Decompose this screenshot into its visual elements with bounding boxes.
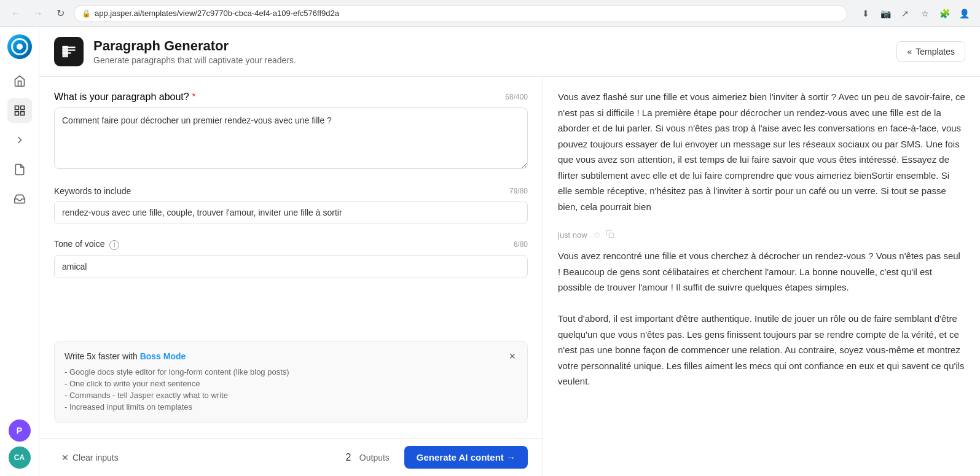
output-2-copy[interactable] <box>606 230 614 240</box>
lock-icon: 🔒 <box>82 9 91 18</box>
banner-item-2: - One click to write your next sentence <box>65 378 517 389</box>
form-area: What is your paragraph about? * 68/400 K… <box>39 77 543 341</box>
reload-button[interactable]: ↻ <box>52 5 69 22</box>
paragraph-about-input[interactable] <box>54 107 528 169</box>
field2-char-count: 79/80 <box>509 187 528 195</box>
field3-label: Tone of voice i <box>54 239 119 250</box>
sidebar-item-home[interactable] <box>7 69 32 93</box>
share-icon[interactable]: ↗ <box>896 5 914 22</box>
field1-label-row: What is your paragraph about? * 68/400 <box>54 92 528 103</box>
output-1-text: Vous avez flashé sur une fille et vous a… <box>558 89 965 214</box>
output-2-timestamp: just now <box>558 230 587 240</box>
outputs-count: 2 <box>342 452 355 463</box>
field3-group: Tone of voice i 6/80 <box>54 239 528 278</box>
svg-rect-3 <box>20 112 24 115</box>
banner-item-3: - Commands - tell Jasper exactly what to… <box>65 389 517 401</box>
field2-label-row: Keywords to include 79/80 <box>54 186 528 196</box>
svg-rect-2 <box>15 112 18 115</box>
avatar-ca[interactable]: CA <box>9 447 31 469</box>
tone-input[interactable] <box>54 255 528 278</box>
page-title: Paragraph Generator <box>93 38 896 54</box>
svg-rect-5 <box>609 233 614 238</box>
output-2-star[interactable]: ☆ <box>592 229 601 241</box>
page-header: Paragraph Generator Generate paragraphs … <box>39 27 980 77</box>
field2-group: Keywords to include 79/80 <box>54 186 528 224</box>
extension-icon[interactable]: 🧩 <box>936 5 953 22</box>
bottom-bar: ✕ Clear inputs 2 Outputs Generate AI con… <box>39 438 543 476</box>
app-logo[interactable] <box>7 34 32 59</box>
field3-label-row: Tone of voice i 6/80 <box>54 239 528 250</box>
app-container: P CA Paragraph Generator Generate paragr… <box>0 27 980 476</box>
banner-item-4: - Increased input limits on templates <box>65 401 517 413</box>
clear-label: Clear inputs <box>73 453 119 462</box>
clear-inputs-button[interactable]: ✕ Clear inputs <box>54 448 126 467</box>
sidebar-item-documents[interactable] <box>7 157 32 182</box>
boss-mode-link[interactable]: Boss Mode <box>140 351 186 361</box>
sidebar: P CA <box>0 27 39 476</box>
page-subtitle: Generate paragraphs that will captivate … <box>93 55 896 65</box>
profile-icon[interactable]: 👤 <box>955 5 973 22</box>
field1-group: What is your paragraph about? * 68/400 <box>54 92 528 171</box>
keywords-input[interactable] <box>54 201 528 224</box>
boss-banner-list: - Google docs style editor for long-form… <box>65 366 517 413</box>
url-bar[interactable]: 🔒 app.jasper.ai/templates/view/27c9770b-… <box>74 5 847 22</box>
generate-button[interactable]: Generate AI content → <box>404 446 528 469</box>
left-panel: What is your paragraph about? * 68/400 K… <box>39 77 543 476</box>
svg-rect-0 <box>15 106 18 110</box>
browser-chrome: ← → ↻ 🔒 app.jasper.ai/templates/view/27c… <box>0 0 980 27</box>
forward-button[interactable]: → <box>29 5 47 22</box>
required-indicator: * <box>192 92 195 102</box>
main-split: What is your paragraph about? * 68/400 K… <box>39 77 980 476</box>
outputs-label: Outputs <box>359 453 390 462</box>
outputs-section: 2 Outputs <box>342 452 390 463</box>
paragraph-icon <box>60 43 77 60</box>
url-text: app.jasper.ai/templates/view/27c9770b-cb… <box>95 9 339 18</box>
back-button[interactable]: ← <box>7 5 25 22</box>
field2-label: Keywords to include <box>54 186 131 196</box>
browser-action-icons: ⬇ 📷 ↗ ☆ 🧩 👤 <box>857 5 973 22</box>
field3-char-count: 6/80 <box>514 240 528 249</box>
right-panel: Vous avez flashé sur une fille et vous a… <box>543 77 980 476</box>
banner-item-1: - Google docs style editor for long-form… <box>65 366 517 378</box>
content-area: Paragraph Generator Generate paragraphs … <box>39 27 980 476</box>
tone-info-icon[interactable]: i <box>109 240 119 250</box>
templates-button[interactable]: « Templates <box>896 41 965 62</box>
download-icon[interactable]: ⬇ <box>857 5 874 22</box>
bookmark-icon[interactable]: ☆ <box>916 5 933 22</box>
generate-label: Generate AI content → <box>417 452 515 462</box>
screenshot-icon[interactable]: 📷 <box>877 5 894 22</box>
sidebar-item-editor[interactable] <box>7 128 32 152</box>
avatar-p[interactable]: P <box>9 419 31 442</box>
boss-mode-banner: ✕ Write 5x faster with Boss Mode - Googl… <box>54 341 528 423</box>
output-2-text: Vous avez rencontré une fille et vous ch… <box>558 248 965 389</box>
field1-label: What is your paragraph about? * <box>54 92 195 103</box>
templates-btn-label: Templates <box>915 47 955 57</box>
svg-rect-1 <box>20 106 24 110</box>
chevron-left-icon: « <box>907 47 912 57</box>
svg-rect-4 <box>63 46 68 58</box>
banner-title: Write 5x faster with Boss Mode <box>65 351 517 361</box>
sidebar-item-inbox[interactable] <box>7 187 32 211</box>
template-icon <box>54 37 84 66</box>
sidebar-bottom: P CA <box>9 419 31 469</box>
sidebar-item-templates[interactable] <box>7 98 32 123</box>
banner-close-button[interactable]: ✕ <box>505 349 520 364</box>
header-text: Paragraph Generator Generate paragraphs … <box>93 38 896 65</box>
output-2-meta: just now ☆ <box>558 229 965 241</box>
field1-char-count: 68/400 <box>505 93 528 101</box>
clear-x-icon: ✕ <box>61 453 69 462</box>
